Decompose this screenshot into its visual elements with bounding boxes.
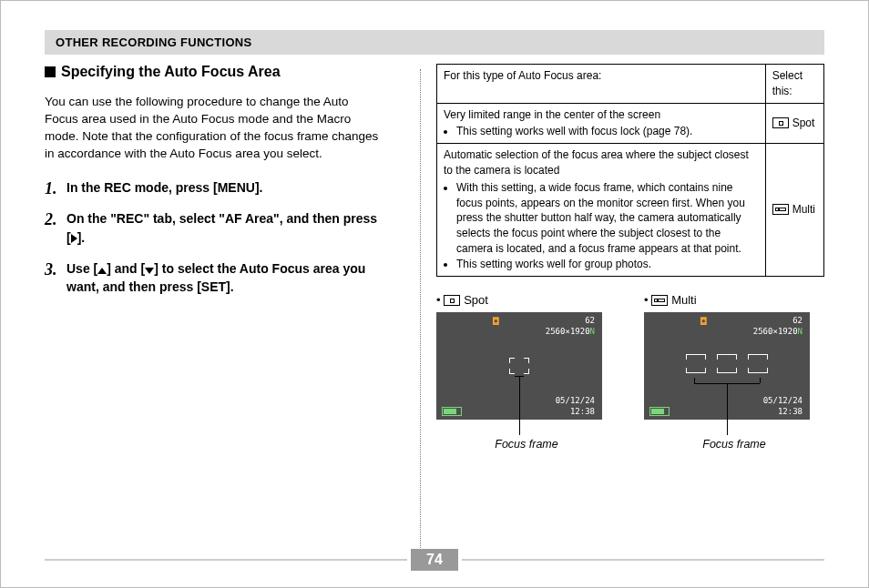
camera-icon: ◘ (700, 316, 707, 328)
page-footer: 74 (45, 549, 824, 571)
focus-frame-label: Focus frame (436, 438, 617, 451)
multi-bullet-2: This setting works well for group photos… (456, 257, 759, 272)
multi-icon (651, 295, 668, 306)
table-header-select: Select this: (765, 65, 823, 104)
step-2-text-b: ]. (77, 230, 86, 245)
table-row-multi-desc: Automatic selection of the focus area wh… (437, 144, 766, 276)
spot-bullet-1: This setting works well with focus lock … (456, 124, 759, 139)
intro-paragraph: You can use the following procedure to c… (45, 93, 382, 163)
shots-left: 62 (792, 316, 803, 325)
shots-left: 62 (585, 316, 595, 325)
table-row-spot-select: Spot (765, 103, 823, 144)
step-3: Use [] and [] to select the Auto Focus a… (45, 259, 382, 297)
table-row-multi-select: Multi (765, 144, 823, 276)
section-title: Specifying the Auto Focus Area (45, 64, 382, 80)
spot-desc-text: Very limited range in the center of the … (444, 108, 660, 121)
focus-frame-multi (686, 354, 768, 378)
section-header: OTHER RECORDING FUNCTIONS (45, 30, 824, 55)
square-bullet-icon (45, 66, 56, 77)
date: 05/12/24 (556, 396, 595, 405)
table-header-desc: For this type of Auto Focus area: (437, 65, 766, 104)
preview-multi: • Multi ◘ 62 2560×1920N 05/12/24 12:38 (644, 293, 824, 451)
callout-line (727, 383, 728, 435)
step-3-text-a: Use [ (66, 261, 97, 276)
spot-label: Spot (792, 117, 815, 129)
multi-icon (772, 204, 789, 215)
preview-multi-title: • Multi (644, 293, 824, 307)
callout-line (519, 376, 520, 435)
step-2: On the "REC" tab, select "AF Area", and … (45, 209, 382, 247)
section-title-text: Specifying the Auto Focus Area (61, 64, 281, 80)
triangle-up-icon (97, 268, 107, 274)
battery-icon (649, 407, 670, 416)
resolution: 2560×1920N (546, 327, 595, 336)
resolution: 2560×1920N (753, 327, 803, 336)
column-divider (420, 69, 421, 552)
time: 12:38 (570, 407, 595, 416)
step-1: In the REC mode, press [MENU]. (45, 178, 382, 197)
time: 12:38 (778, 407, 803, 416)
preview-spot: • Spot ◘ 62 2560×1920N 05/12/24 12:38 (436, 293, 617, 451)
focus-frame-label: Focus frame (644, 438, 824, 451)
multi-label: Multi (792, 203, 815, 216)
spot-icon (772, 117, 789, 128)
multi-desc-text: Automatic selection of the focus area wh… (444, 148, 749, 177)
battery-icon (442, 407, 462, 416)
camera-icon: ◘ (493, 316, 499, 328)
triangle-down-icon (145, 268, 154, 274)
date: 05/12/24 (763, 396, 803, 405)
multi-bullet-1: With this setting, a wide focus frame, w… (456, 180, 759, 257)
triangle-right-icon (71, 234, 77, 243)
table-row-spot-desc: Very limited range in the center of the … (437, 103, 766, 144)
page-number: 74 (411, 549, 458, 571)
preview-spot-title: • Spot (436, 293, 617, 307)
focus-frame-spot (509, 358, 529, 374)
step-1-text: In the REC mode, press [MENU]. (66, 180, 262, 195)
step-3-text-b: ] and [ (107, 261, 145, 276)
step-2-text-a: On the "REC" tab, select "AF Area", and … (66, 211, 377, 244)
spot-icon (444, 295, 460, 306)
af-area-table: For this type of Auto Focus area: Select… (436, 64, 824, 277)
